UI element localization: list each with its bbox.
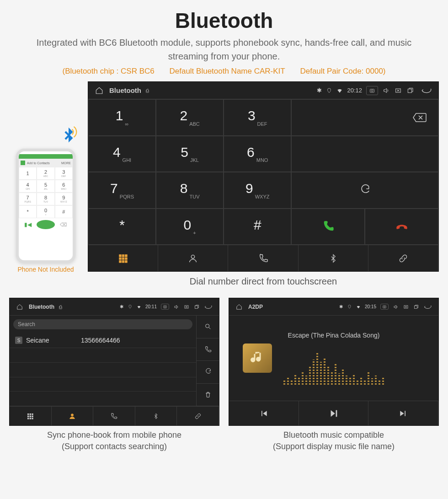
home-icon[interactable] [236, 304, 242, 310]
sync-button[interactable] [197, 361, 219, 384]
tab-bluetooth[interactable] [299, 245, 368, 271]
back-icon[interactable] [204, 304, 212, 310]
tab-contacts[interactable] [158, 245, 228, 271]
hangup-button[interactable] [365, 209, 438, 245]
call-contact-button[interactable] [197, 338, 219, 361]
volume-icon[interactable] [393, 304, 399, 310]
back-icon[interactable] [421, 87, 432, 94]
recent-apps-icon[interactable] [406, 87, 414, 94]
clock: 20:11 [145, 304, 157, 309]
key-#[interactable]: # [224, 209, 291, 245]
tab-dialpad[interactable] [10, 407, 52, 425]
key-3[interactable]: 3DEF [224, 99, 291, 136]
phone-key-*: * [19, 205, 37, 218]
prev-button[interactable] [229, 401, 299, 425]
location-icon [128, 305, 132, 309]
call-button[interactable] [291, 209, 365, 245]
svg-rect-29 [383, 306, 386, 308]
key-6[interactable]: 6MNO [224, 136, 291, 172]
home-icon[interactable] [95, 86, 103, 95]
svg-rect-6 [125, 254, 128, 257]
svg-point-15 [165, 306, 166, 307]
phone-caption: Phone Not Included [9, 266, 82, 273]
tab-pair[interactable] [177, 407, 219, 425]
svg-rect-26 [30, 418, 31, 419]
key-4[interactable]: 4GHI [88, 136, 156, 172]
a2dp-panel: A2DP ✱ 20:15 Escape (The Pina Colada Son… [229, 298, 439, 426]
contact-row[interactable]: S Seicane 13566664466 [10, 333, 196, 348]
volume-icon[interactable] [174, 304, 179, 310]
tab-history[interactable] [93, 407, 135, 425]
recent-apps-icon[interactable] [194, 304, 199, 310]
recent-apps-icon[interactable] [413, 304, 419, 310]
spec-chip: (Bluetooth chip : CSR BC6 [62, 67, 154, 75]
key-5[interactable]: 5JKL [156, 136, 224, 172]
svg-rect-27 [32, 418, 33, 419]
svg-rect-10 [119, 260, 122, 263]
key-*[interactable]: * [88, 209, 156, 245]
tab-contacts[interactable] [52, 407, 94, 425]
screenshot-icon[interactable] [366, 86, 378, 95]
phone-key-#: # [55, 205, 73, 218]
svg-rect-3 [408, 89, 411, 92]
svg-point-13 [192, 255, 195, 258]
svg-rect-23 [30, 415, 31, 417]
tab-bluetooth[interactable] [135, 407, 177, 425]
screenshot-icon[interactable] [380, 304, 389, 310]
key-1[interactable]: 1∞ [88, 99, 156, 136]
bluetooth-status-icon: ✱ [339, 304, 343, 309]
app-label: Bluetooth [109, 86, 141, 94]
next-button[interactable] [368, 401, 438, 425]
delete-button[interactable] [197, 384, 219, 407]
redial-button[interactable] [291, 172, 438, 209]
close-app-icon[interactable] [184, 304, 189, 310]
close-app-icon[interactable] [403, 304, 409, 310]
svg-rect-25 [27, 418, 29, 419]
video-call-icon: ▮◀ [19, 218, 37, 231]
screenshot-icon[interactable] [161, 304, 169, 310]
search-input[interactable]: Search [13, 319, 192, 329]
backspace-button[interactable] [291, 99, 438, 136]
app-label: Bluetooth [29, 304, 54, 310]
key-2[interactable]: 2ABC [156, 99, 224, 136]
phone-key-6: 6MNO [55, 180, 73, 193]
search-button[interactable] [197, 316, 219, 338]
phone-key-7: 7PQRS [19, 193, 37, 205]
svg-rect-0 [370, 89, 374, 92]
tab-pair[interactable] [368, 245, 438, 271]
phone-key-9: 9WXYZ [55, 193, 73, 205]
svg-rect-9 [125, 258, 128, 260]
contacts-caption: Sync phone-book from mobile phone (Suppo… [9, 426, 219, 452]
close-app-icon[interactable] [395, 87, 402, 94]
location-icon [326, 88, 332, 93]
bluetooth-status-icon: ✱ [120, 304, 123, 309]
tab-history[interactable] [228, 245, 298, 271]
volume-icon[interactable] [383, 87, 390, 94]
svg-point-1 [371, 90, 373, 91]
call-icon [37, 220, 54, 229]
spec-name: Default Bluetooth Name CAR-KIT [169, 67, 285, 75]
tab-dialpad[interactable] [88, 245, 158, 271]
phone-key-2: 2ABC [37, 167, 54, 180]
phone-key-8: 8TUV [37, 193, 54, 205]
play-pause-button[interactable] [299, 401, 369, 425]
location-icon [347, 305, 352, 309]
key-9[interactable]: 9WXYZ [224, 172, 291, 209]
svg-rect-8 [122, 258, 124, 260]
key-7[interactable]: 7PQRS [88, 172, 156, 209]
home-icon[interactable] [16, 304, 23, 310]
contacts-panel: Bluetooth ⎙ ✱ 20:11 Search S Seicane [9, 298, 219, 426]
usb-icon: ⎙ [59, 304, 62, 310]
page-title: Bluetooth [0, 0, 448, 36]
back-icon[interactable] [423, 304, 432, 310]
svg-rect-5 [122, 254, 124, 257]
key-8[interactable]: 8TUV [156, 172, 224, 209]
key-0[interactable]: 0+ [156, 209, 224, 245]
svg-rect-19 [27, 413, 29, 415]
album-art [243, 343, 272, 373]
svg-rect-22 [27, 415, 29, 417]
phone-key-0: 0+ [37, 205, 54, 218]
svg-rect-17 [195, 306, 198, 308]
app-label: A2DP [248, 304, 263, 310]
svg-point-30 [384, 306, 385, 307]
